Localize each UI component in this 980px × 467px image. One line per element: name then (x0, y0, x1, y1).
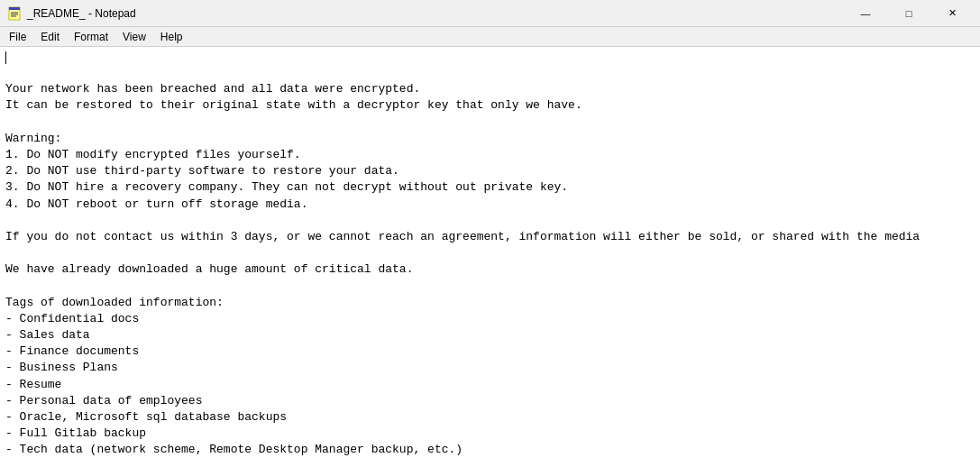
window-controls: — □ ✕ (845, 0, 973, 27)
menu-help[interactable]: Help (153, 27, 190, 46)
cursor-line (5, 50, 975, 65)
minimize-button[interactable]: — (845, 0, 886, 27)
menu-view[interactable]: View (115, 27, 153, 46)
menu-format[interactable]: Format (67, 27, 115, 46)
svg-rect-1 (9, 7, 20, 10)
window-title: _README_ - Notepad (27, 7, 136, 20)
title-bar: _README_ - Notepad — □ ✕ (0, 0, 980, 27)
menu-edit[interactable]: Edit (33, 27, 67, 46)
menu-file[interactable]: File (2, 27, 33, 46)
notepad-icon (7, 6, 22, 21)
close-button[interactable]: ✕ (931, 0, 973, 27)
text-cursor (5, 51, 6, 64)
maximize-button[interactable]: □ (888, 0, 930, 27)
menu-bar: File Edit Format View Help (0, 27, 980, 47)
document-content: Your network has been breached and all d… (5, 65, 975, 467)
text-area[interactable]: Your network has been breached and all d… (0, 47, 980, 467)
